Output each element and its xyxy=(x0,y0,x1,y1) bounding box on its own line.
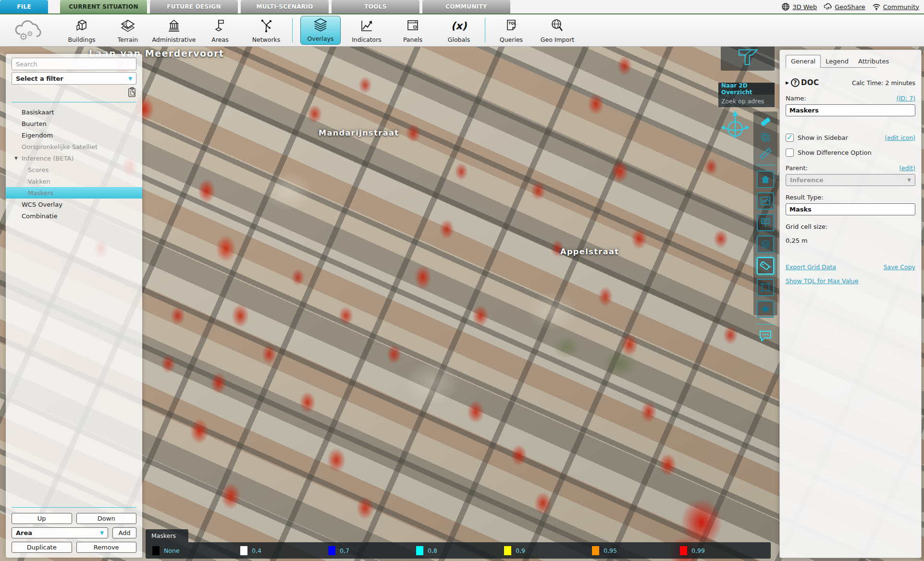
tab-general[interactable]: General xyxy=(786,55,821,68)
disclosure-triangle-icon[interactable]: ▶ xyxy=(786,80,789,85)
tab-community[interactable]: COMMUNITY xyxy=(422,0,510,13)
toolbar-button-terrain[interactable]: Terrain xyxy=(105,14,151,46)
show-tql-link[interactable]: Show TQL for Max Value xyxy=(786,277,858,285)
help-question-icon[interactable]: ? xyxy=(791,78,800,87)
overlay-item-oorspronkelijke-satelliet[interactable]: Oorspronkelijke Satelliet xyxy=(6,141,142,152)
clipboard-icon[interactable] xyxy=(127,87,137,99)
toolbar-button-globals[interactable]: (x) Globals xyxy=(436,14,482,46)
overlays-icon xyxy=(312,16,329,34)
toolbar-separator xyxy=(292,18,293,42)
parent-select[interactable]: Inference ▼ xyxy=(786,174,915,186)
duplicate-button[interactable]: Duplicate xyxy=(12,542,72,553)
toolbar-button-administrative[interactable]: Administrative xyxy=(151,14,197,46)
legend-swatch xyxy=(680,546,687,555)
eraser-tool-button[interactable] xyxy=(758,115,773,128)
link-3d-web[interactable]: 3D Web xyxy=(781,2,817,11)
billboard-tool-button[interactable] xyxy=(757,214,774,231)
edit-icon-link[interactable]: (edit icon) xyxy=(885,134,915,141)
overlay-item-scores[interactable]: Scores xyxy=(6,164,142,175)
svg-text:⚙: ⚙ xyxy=(27,30,33,37)
street-label: Appelstraat xyxy=(560,247,619,256)
overlay-item-basiskaart[interactable]: Basiskaart xyxy=(6,106,142,118)
tab-current-situation[interactable]: CURRENT SITUATION xyxy=(60,0,147,13)
toolbar-button-areas-label: Areas xyxy=(211,36,228,43)
link-geoshare[interactable]: GeoShare xyxy=(824,2,865,11)
export-grid-data-link[interactable]: Export Grid Data xyxy=(786,263,836,271)
overlay-item-combinatie[interactable]: Combinatie xyxy=(6,210,142,222)
legend-entry-label: 0,4 xyxy=(252,547,261,554)
compass-control[interactable] xyxy=(719,110,752,143)
panel-tabs: General Legend Attributes xyxy=(786,55,876,68)
legend-entry-label: 0,7 xyxy=(340,547,349,554)
type-select[interactable]: Area ▼ xyxy=(12,527,108,538)
copy-frames-tool-button[interactable] xyxy=(758,131,773,144)
address-search-input[interactable]: Zoek op adres xyxy=(718,95,775,107)
home-view-tool-button[interactable] xyxy=(757,171,774,188)
overlay-item-maskers[interactable]: Maskers xyxy=(6,187,142,199)
link-3d-web-label: 3D Web xyxy=(792,3,817,11)
map-legend: Maskers None 0,4 0,7 0,8 0,9 0,95 0,99 xyxy=(146,529,771,559)
doc-link[interactable]: DOC xyxy=(801,78,819,87)
link-community[interactable]: Community xyxy=(872,2,919,11)
map-tools-column xyxy=(756,115,775,342)
tab-file-label: FILE xyxy=(17,3,31,10)
show-difference-checkbox[interactable] xyxy=(786,149,794,157)
result-type-input[interactable] xyxy=(786,203,915,215)
tab-tools[interactable]: TOOLS xyxy=(332,0,419,13)
tab-file[interactable]: FILE xyxy=(0,0,48,13)
tab-future-design[interactable]: FUTURE DESIGN xyxy=(150,0,238,13)
toolbar-button-geo-import-label: Geo Import xyxy=(541,36,574,43)
add-button[interactable]: Add xyxy=(112,527,136,538)
tab-tools-label: TOOLS xyxy=(364,3,386,10)
edit-link[interactable]: (edit) xyxy=(899,164,915,172)
down-button[interactable]: Down xyxy=(76,513,137,524)
name-input[interactable] xyxy=(786,104,915,116)
snapshot-image-tool-button[interactable] xyxy=(757,192,774,210)
cloud-share-icon xyxy=(824,2,832,11)
show-difference-row: Show Difference Option xyxy=(786,149,915,157)
toolbar-button-areas[interactable]: Areas xyxy=(197,14,243,46)
toolbar-button-panels-label: Panels xyxy=(403,36,422,43)
parent-select-value: Inference xyxy=(790,176,824,184)
overlay-item-eigendom[interactable]: Eigendom xyxy=(6,129,142,141)
legend-entry-label: 0,8 xyxy=(428,547,437,554)
tab-legend[interactable]: Legend xyxy=(821,55,853,67)
toolbar-button-networks[interactable]: Networks xyxy=(243,14,289,46)
toolbar-button-panels[interactable]: x Panels xyxy=(390,14,436,46)
overlay-item-label: Maskers xyxy=(28,189,53,197)
type-select-value: Area xyxy=(16,529,32,536)
overlay-item-buurten[interactable]: Buurten xyxy=(6,118,142,129)
measure-ruler-tool-button[interactable] xyxy=(758,147,773,160)
toolbar-button-geo-import[interactable]: Geo Import xyxy=(534,14,580,46)
show-in-sidebar-checkbox[interactable] xyxy=(786,134,794,142)
grid-cell-size-label: Grid cell size: xyxy=(786,223,915,230)
indicators-icon xyxy=(358,17,375,35)
legend-swatch xyxy=(152,546,160,555)
overlay-item-label: Buurten xyxy=(22,120,47,127)
toolbar-button-indicators[interactable]: Indicators xyxy=(344,14,390,46)
toolbar-button-overlays[interactable]: Overlays xyxy=(300,16,341,45)
to-2d-overview-button[interactable]: Naar 2D Overzicht xyxy=(718,83,775,95)
toolbar-button-buildings[interactable]: Buildings xyxy=(59,14,105,46)
up-button[interactable]: Up xyxy=(12,513,72,524)
overlay-item-inference-beta[interactable]: ▼Inference (BETA) xyxy=(6,152,142,164)
polygon-area-tool-button[interactable] xyxy=(757,279,774,296)
overlay-item-wcs-overlay[interactable]: WCS Overlay xyxy=(6,199,142,210)
tree-expand-icon[interactable]: ▼ xyxy=(14,156,18,161)
id-link[interactable]: (ID: 7) xyxy=(897,95,915,102)
tab-multi-scenario[interactable]: MULTI-SCENARIO xyxy=(241,0,329,13)
overlay-item-vakken[interactable]: Vakken xyxy=(6,175,142,187)
svg-text:x: x xyxy=(415,20,417,23)
toolbar-button-queries[interactable]: TQL Queries xyxy=(488,14,534,46)
header-links: 3D Web GeoShare Community xyxy=(781,0,919,13)
administrative-icon xyxy=(166,17,182,35)
search-input[interactable] xyxy=(12,58,136,70)
save-copy-link[interactable]: Save Copy xyxy=(884,263,915,271)
layers-tool-button[interactable] xyxy=(757,236,774,253)
filter-select[interactable]: Select a filter ▼ xyxy=(12,72,136,85)
diamond-surface-tool-button[interactable] xyxy=(757,300,774,318)
tab-attributes[interactable]: Attributes xyxy=(853,55,894,67)
chat-tool-button[interactable] xyxy=(758,330,773,342)
remove-button[interactable]: Remove xyxy=(76,542,137,553)
tag-label-tool-button[interactable] xyxy=(757,257,774,274)
